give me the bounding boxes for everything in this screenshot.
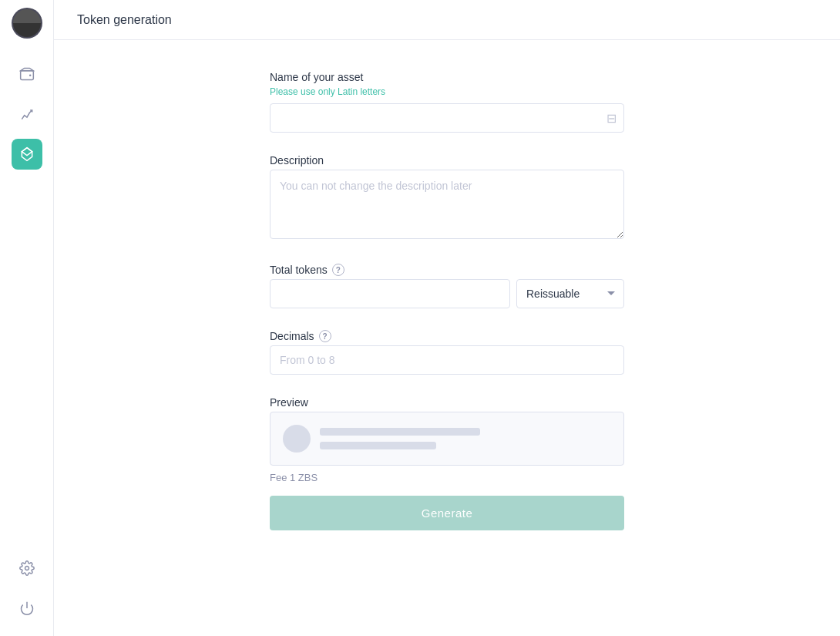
- preview-line-bottom: [320, 442, 436, 449]
- preview-line-top: [320, 428, 480, 436]
- generate-button[interactable]: Generate: [270, 496, 624, 530]
- avatar[interactable]: [12, 8, 42, 39]
- total-tokens-help-icon[interactable]: ?: [332, 264, 344, 276]
- decimals-label: Decimals ?: [270, 330, 624, 342]
- svg-point-1: [29, 74, 31, 76]
- preview-box: [270, 412, 624, 466]
- decimals-input[interactable]: [270, 345, 624, 375]
- form-area: Name of your asset Please use only Latin…: [54, 40, 840, 636]
- asset-name-input-wrapper: ⊟: [270, 103, 624, 133]
- description-group: Description: [270, 154, 624, 242]
- total-tokens-group: Total tokens ? Reissuable Not reissuable: [270, 264, 624, 308]
- sidebar-item-power[interactable]: [12, 593, 42, 624]
- main-content: Token generation Name of your asset Plea…: [54, 0, 840, 636]
- asset-name-icon: ⊟: [606, 111, 617, 126]
- preview-avatar: [283, 425, 311, 453]
- header: Token generation: [54, 0, 840, 40]
- preview-lines: [320, 428, 611, 449]
- description-label: Description: [270, 154, 624, 167]
- reissuable-select[interactable]: Reissuable Not reissuable: [516, 279, 624, 308]
- asset-name-label: Name of your asset: [270, 71, 624, 83]
- fee-text: Fee 1 ZBS: [270, 472, 624, 483]
- svg-point-2: [25, 567, 29, 570]
- sidebar-item-settings[interactable]: [12, 553, 42, 584]
- total-tokens-input[interactable]: [270, 279, 510, 308]
- description-textarea[interactable]: [270, 170, 624, 239]
- tokens-row: Reissuable Not reissuable: [270, 279, 624, 308]
- preview-group: Preview Fee 1 ZBS Generate: [270, 396, 624, 530]
- decimals-help-icon[interactable]: ?: [319, 330, 331, 342]
- sidebar: [0, 0, 54, 636]
- svg-rect-0: [20, 71, 33, 80]
- page-title: Token generation: [77, 13, 172, 27]
- asset-name-input[interactable]: [270, 103, 624, 133]
- sidebar-item-trade[interactable]: [12, 99, 42, 130]
- sidebar-bottom: [12, 548, 42, 628]
- sidebar-item-wallet[interactable]: [12, 59, 42, 89]
- asset-name-sublabel: Please use only Latin letters: [270, 86, 624, 97]
- sidebar-item-token[interactable]: [12, 139, 42, 170]
- total-tokens-label: Total tokens ?: [270, 264, 624, 276]
- decimals-group: Decimals ?: [270, 330, 624, 375]
- preview-label: Preview: [270, 396, 624, 409]
- asset-name-group: Name of your asset Please use only Latin…: [270, 71, 624, 133]
